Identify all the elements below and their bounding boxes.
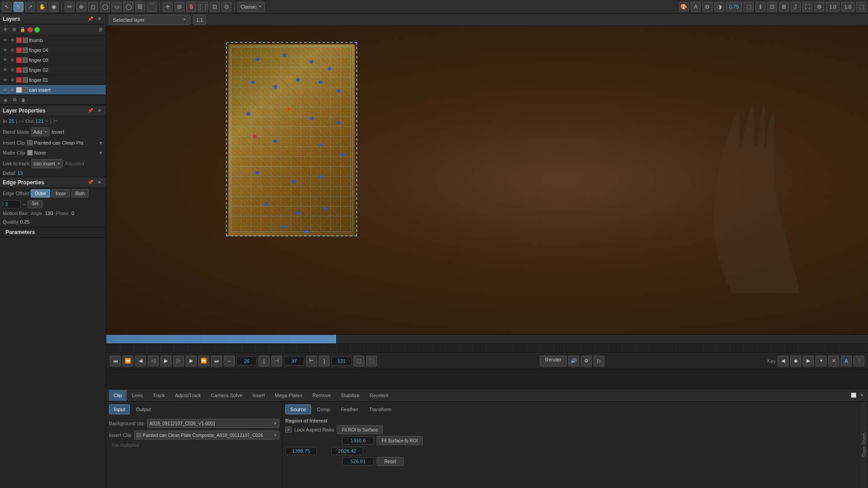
tool-magnify[interactable]: ◉ [49,2,59,12]
layer-check-thumb[interactable] [23,38,28,43]
go-to-end-btn[interactable]: ⏭ [211,356,222,366]
tool-circle2[interactable]: ⊙ [222,2,231,12]
layer-item[interactable]: 👁 ⚙ finger 01 [0,75,106,85]
edge-outer-btn[interactable]: Outer [31,189,50,197]
tab-lens[interactable]: Lens [127,390,147,401]
tab-clip[interactable]: Clip [109,390,127,401]
timeline-playhead[interactable] [335,335,336,343]
layer-props-pin-icon[interactable]: 📌 [87,107,94,114]
audio-btn[interactable]: 🔊 [568,356,579,366]
layers-lock-icon[interactable]: 🔒 [19,26,26,33]
layer-item[interactable]: 👁 ⚙ finger 03 [0,55,106,65]
selected-layer-selector[interactable]: Selected layer ▼ [109,15,190,25]
tab-remove[interactable]: Remove [308,390,335,401]
in-value[interactable]: 26 [9,118,14,124]
tool-move[interactable]: ✛ [163,2,173,12]
tab-stabilize[interactable]: Stabilize [336,390,364,401]
prev-frame-btn[interactable]: ◀ [135,356,146,366]
layer-gear-f03[interactable]: ⚙ [9,57,15,63]
key-remove-btn[interactable]: ✕ [828,356,839,366]
fit-surface-btn[interactable]: Fit Surface to ROI [377,436,423,445]
tab-mega-plates[interactable]: Mega Plates [270,390,307,401]
layers-pin-icon[interactable]: 📌 [87,15,94,23]
layer-check-f02[interactable] [23,67,28,73]
layer-gear-f04[interactable]: ⚙ [9,47,15,53]
step-back-btn[interactable]: ◁ [148,356,159,366]
layer-item-selected[interactable]: 👁 ⚙ can insert [0,85,106,95]
layer-gear-thumb[interactable]: ⚙ [9,37,15,43]
roi-reset-btn[interactable]: Reset [377,457,404,466]
quality-value[interactable]: 0.25 [20,219,29,225]
tab-adjusttrack[interactable]: AdjustTrack [170,390,206,401]
layer-check-f04[interactable] [23,47,28,53]
edge-set-btn[interactable]: Set [28,200,42,208]
timeline-clip2-btn[interactable]: ⬛ [366,356,377,366]
key-prev-btn[interactable]: ◀ [778,356,788,366]
layers-gear-icon[interactable]: ⚙ [10,26,18,33]
settings-timeline-btn[interactable]: ⚙ [581,356,592,366]
params-expand-icon[interactable]: ⬜ [850,392,857,399]
viewer-opacity[interactable]: ◑ [714,2,724,12]
next-frame-btn[interactable]: ▶ [186,356,197,366]
edge-props-pin-icon[interactable]: 📌 [87,179,94,186]
tool-dots[interactable]: ⋮⋮ [198,2,208,12]
viewer-compare[interactable]: ⊡ [767,2,777,12]
tool-paint[interactable]: ✏ [65,2,75,12]
invert-label[interactable]: Invert [52,129,64,135]
tool-arrow[interactable]: ↖ [2,2,12,12]
params-close-icon[interactable]: ✕ [858,392,865,399]
in-marker-btn[interactable]: [ [259,356,269,366]
add-layer-icon[interactable]: ⊕ [2,96,9,103]
render-btn[interactable]: Render [540,356,566,366]
sub-tab-source[interactable]: Source [285,404,311,414]
roi-value3[interactable]: 526.81 [342,457,374,465]
layer-gear-f01[interactable]: ⚙ [9,77,15,83]
tab-camera-solve[interactable]: Camera Solve [207,390,247,401]
viewer-export[interactable]: ⤴ [791,2,801,12]
next-keyframe-btn[interactable]: ⏩ [198,356,209,366]
layers-color-red[interactable] [28,27,33,33]
timeline-in-field[interactable]: 26 [236,357,257,366]
layer-check-f03[interactable] [23,57,28,63]
viewer-extra[interactable]: ⬚ [856,2,866,12]
tab-reorient[interactable]: Reorient [365,390,393,401]
tool-curve[interactable]: ⌒ [147,2,157,12]
blend-mode-select[interactable]: Add ▼ [31,127,50,136]
tab-insert[interactable]: Insert [248,390,269,401]
timeline-out-field[interactable]: 121 [331,357,352,366]
edge-props-close-icon[interactable]: ✕ [96,179,103,186]
timeline-clip-btn[interactable]: ⬚ [354,356,364,366]
key-extra-btn[interactable]: ⋮ [854,356,864,366]
viewer-settings[interactable]: ⚙ [814,2,824,12]
layer-vis-thumb[interactable]: 👁 [2,37,8,43]
matte-clip-dropdown[interactable]: ▼ [99,150,103,155]
tool-s[interactable]: S [186,2,196,12]
layer-vis-f02[interactable]: 👁 [2,67,8,73]
link-to-track-select[interactable]: can insert ▼ [31,159,63,168]
layer-vis-f04[interactable]: 👁 [2,47,8,53]
viewer-color[interactable]: 🎨 [679,2,689,12]
prev-keyframe-btn[interactable]: ⏪ [123,356,133,366]
edge-both-btn[interactable]: Both [71,189,89,197]
roi-lock-checkbox[interactable]: ✕ [285,427,292,433]
step-fwd-btn[interactable]: ▷ [173,356,184,366]
dope-sheet-tab[interactable]: Dope Sheet [861,402,868,488]
key-diamond-btn[interactable]: ◆ [790,356,801,366]
viewer-info[interactable]: ℹ [755,2,765,12]
sub-tab-comp[interactable]: Comp [312,404,335,414]
layer-gear-f02[interactable]: ⚙ [9,67,15,73]
layer-vis-can[interactable]: 👁 [2,87,8,93]
edge-minus-btn[interactable]: – [23,201,26,207]
roi-value2-right[interactable]: 2026.42 [331,447,363,455]
in-marker2-btn[interactable]: ⊣ [271,356,282,366]
viewer-grid2[interactable]: ⊞ [779,2,789,12]
roi-fit-btn[interactable]: Fit ROI to Surface [337,425,383,434]
loop-btn[interactable]: ↔ [224,356,235,366]
layer-item[interactable]: 👁 ⚙ finger 04 [0,45,106,55]
timeline-export-btn[interactable]: ▷ [594,356,604,366]
layer-check-can[interactable] [23,87,28,93]
sub-tab-output[interactable]: Output [131,404,156,414]
duplicate-layer-icon[interactable]: ⧉ [11,96,18,103]
out-value[interactable]: 121 [35,118,43,124]
sub-tab-transform[interactable]: Transform [364,404,396,414]
